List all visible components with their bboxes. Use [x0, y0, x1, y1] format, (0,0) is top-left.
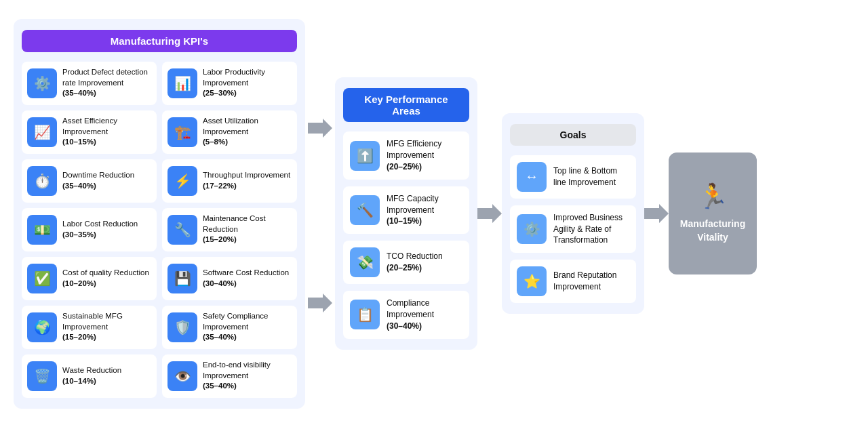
kpa-item: ⬆️ MFG Efficiency Improvement(20–25%) — [343, 131, 469, 179]
svg-marker-3 — [644, 204, 669, 223]
kpi-item: 🔧 Maintenance Cost Reduction(15–20%) — [162, 208, 297, 251]
vitality-label: Manufacturing Vitality — [675, 218, 750, 244]
goal-icon: ⭐ — [517, 266, 547, 296]
kpa-text: Compliance Improvement(30–40%) — [387, 298, 462, 331]
kpi-icon: 🛡️ — [167, 312, 197, 342]
kpi-text: Asset Efficiency Improvement(10–15%) — [62, 116, 151, 148]
kpa-icon: 💸 — [350, 247, 380, 277]
goal-icon: ⚙️ — [517, 214, 547, 244]
kpi-icon: 🌍 — [27, 312, 57, 342]
kpi-icon: 💵 — [27, 215, 57, 245]
kpi-item: 💾 Software Cost Reduction(30–40%) — [162, 257, 297, 300]
kpi-icon: ⚡ — [167, 166, 197, 196]
goals-header: Goals — [510, 124, 636, 146]
vitality-icon: 🏃 — [698, 182, 728, 211]
svg-marker-0 — [308, 119, 332, 138]
kpi-text: Software Cost Reduction(30–40%) — [203, 268, 289, 289]
kpa-icon: ⬆️ — [350, 141, 380, 171]
goal-text: Brand Reputation Improvement — [553, 270, 629, 293]
kpi-text: Labor Cost Reduction(30–35%) — [62, 219, 138, 240]
kpi-panel: Manufacturing KPI's ⚙️ Product Defect de… — [14, 19, 305, 409]
kpa-text: MFG Efficiency Improvement(20–25%) — [387, 138, 462, 172]
kpa-header: Key Performance Areas — [343, 88, 469, 122]
kpi-to-kpa-arrows — [305, 71, 335, 356]
goal-text: Top line & Bottom line Improvement — [553, 165, 629, 188]
kpi-item: ⚙️ Product Defect detection rate Improve… — [22, 62, 157, 105]
kpi-text: Safety Compliance Improvement(35–40%) — [203, 311, 292, 343]
goals-panel: Goals ↔️ Top line & Bottom line Improvem… — [502, 113, 644, 314]
kpi-text: Product Defect detection rate Improvemen… — [62, 67, 151, 99]
kpi-icon: 💾 — [167, 264, 197, 293]
kpi-item: ✅ Cost of quality Reduction(10–20%) — [22, 257, 157, 300]
kpi-item: 📈 Asset Efficiency Improvement(10–15%) — [22, 110, 157, 154]
kpi-grid: ⚙️ Product Defect detection rate Improve… — [22, 62, 297, 398]
arrow-right-icon — [644, 204, 669, 223]
kpi-icon: ✅ — [27, 264, 57, 293]
kpi-header: Manufacturing KPI's — [22, 30, 297, 52]
kpi-text: Labor Productivity Improvement(25–30%) — [203, 67, 292, 99]
kpi-icon: 🏗️ — [167, 117, 197, 147]
arrow-top-icon — [308, 119, 332, 138]
goal-item: ⭐ Brand Reputation Improvement — [510, 260, 636, 303]
kpi-item: 👁️ End-to-end visibility Improvement(35–… — [162, 354, 297, 398]
kpi-text: Sustainable MFG Improvement(15–20%) — [62, 311, 151, 343]
kpi-item: 🌍 Sustainable MFG Improvement(15–20%) — [22, 306, 157, 349]
kpa-text: MFG Capacity Improvement(10–15%) — [387, 193, 462, 227]
goals-list: ↔️ Top line & Bottom line Improvement ⚙️… — [510, 155, 636, 303]
kpa-item: 📋 Compliance Improvement(30–40%) — [343, 291, 469, 338]
svg-marker-2 — [477, 204, 502, 223]
goal-text: Improved Business Agility & Rate of Tran… — [553, 212, 629, 246]
kpa-text: TCO Reduction(20–25%) — [387, 251, 443, 274]
kpi-text: Maintenance Cost Reduction(15–20%) — [203, 214, 292, 245]
arrow-bottom-icon — [308, 293, 332, 312]
kpi-icon: ⏱️ — [27, 166, 57, 196]
kpi-text: Waste Reduction(10–14%) — [62, 365, 121, 386]
vitality-box: 🏃 Manufacturing Vitality — [669, 152, 757, 274]
kpi-text: End-to-end visibility Improvement(35–40%… — [203, 360, 292, 392]
kpi-icon: 🔧 — [167, 215, 197, 245]
svg-marker-1 — [308, 293, 332, 312]
kpi-text: Asset Utilization Improvement(5–8%) — [203, 116, 292, 148]
kpi-icon: 🗑️ — [27, 361, 57, 391]
kpa-icon: 🔨 — [350, 195, 380, 225]
goals-to-vitality-arrow — [644, 204, 669, 223]
kpa-item: 🔨 MFG Capacity Improvement(10–15%) — [343, 186, 469, 234]
kpi-text: Cost of quality Reduction(10–20%) — [62, 268, 149, 289]
kpa-list: ⬆️ MFG Efficiency Improvement(20–25%) 🔨 … — [343, 131, 469, 338]
kpi-icon: 📊 — [167, 68, 197, 98]
kpi-item: 🗑️ Waste Reduction(10–14%) — [22, 354, 157, 398]
goal-icon: ↔️ — [517, 162, 547, 192]
arrow-mid-icon — [477, 204, 502, 223]
kpi-item: 🛡️ Safety Compliance Improvement(35–40%) — [162, 306, 297, 349]
kpi-item: 📊 Labor Productivity Improvement(25–30%) — [162, 62, 297, 105]
kpa-icon: 📋 — [350, 300, 380, 329]
kpi-text: Downtime Reduction(35–40%) — [62, 170, 134, 191]
kpa-to-goals-arrow — [477, 204, 502, 223]
kpi-icon: 👁️ — [167, 361, 197, 391]
kpi-item: ⚡ Throughput Improvement(17–22%) — [162, 159, 297, 203]
diagram-container: Manufacturing KPI's ⚙️ Product Defect de… — [14, 19, 854, 409]
kpi-icon: ⚙️ — [27, 68, 57, 98]
kpi-item: ⏱️ Downtime Reduction(35–40%) — [22, 159, 157, 203]
kpi-icon: 📈 — [27, 117, 57, 147]
kpi-item: 💵 Labor Cost Reduction(30–35%) — [22, 208, 157, 251]
goal-item: ⚙️ Improved Business Agility & Rate of T… — [510, 205, 636, 253]
kpi-item: 🏗️ Asset Utilization Improvement(5–8%) — [162, 110, 297, 154]
kpi-text: Throughput Improvement(17–22%) — [203, 170, 290, 191]
goal-item: ↔️ Top line & Bottom line Improvement — [510, 155, 636, 199]
kpa-item: 💸 TCO Reduction(20–25%) — [343, 241, 469, 284]
kpa-panel: Key Performance Areas ⬆️ MFG Efficiency … — [335, 77, 477, 349]
